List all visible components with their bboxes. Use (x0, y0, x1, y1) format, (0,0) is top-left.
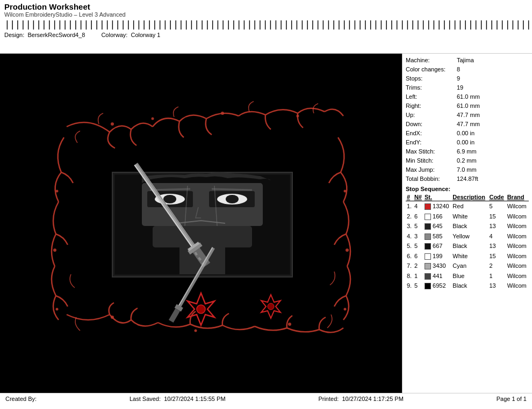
endx-value: 0.00 in (457, 129, 475, 138)
svg-point-3 (221, 112, 224, 115)
svg-point-1 (111, 122, 114, 126)
row-swatch: 645 (423, 221, 451, 231)
design-area (0, 54, 402, 393)
table-row: 3. 5 645 Black 13 Wilcom (406, 221, 529, 231)
row-description: Blue (451, 271, 488, 281)
stop-sequence-section: Stop Sequence: # N# St. Description Code… (406, 186, 529, 291)
row-code: 13 (488, 241, 506, 251)
trims-value: 19 (457, 83, 463, 92)
up-label: Up: (406, 111, 457, 120)
row-num: 4. (406, 231, 413, 242)
row-num: 9. (406, 281, 413, 291)
color-swatch-icon (425, 223, 431, 230)
row-brand: Wilcom (506, 241, 529, 251)
max-jump-label: Max Jump: (406, 165, 457, 174)
row-code: 15 (488, 251, 506, 261)
row-code: 2 (488, 261, 506, 271)
main-layout: Machine: Tajima Color changes: 8 Stops: … (0, 54, 532, 393)
row-num: 8. (406, 271, 413, 281)
row-brand: Wilcom (506, 231, 529, 242)
row-num: 2. (406, 211, 413, 222)
header-meta: Design: BerserkRecSword4_8 Colorway: Col… (4, 32, 532, 38)
row-brand: Wilcom (506, 201, 529, 211)
max-stitch-label: Max Stitch: (406, 147, 457, 156)
row-brand: Wilcom (506, 271, 529, 281)
svg-point-12 (346, 249, 349, 252)
max-stitch-value: 6.9 mm (457, 147, 477, 156)
svg-point-42 (268, 303, 274, 310)
row-description: Black (451, 221, 488, 231)
embroidery-svg (34, 84, 368, 363)
row-description: White (451, 251, 488, 261)
table-row: 5. 5 667 Black 13 Wilcom (406, 241, 529, 251)
row-swatch: 166 (423, 211, 451, 222)
printed-label: Printed: (318, 396, 339, 402)
printed-value: 10/27/2024 1:17:25 PM (342, 396, 403, 402)
created-by-label: Created By: (5, 396, 37, 402)
row-num: 3. (406, 221, 413, 231)
svg-point-6 (195, 329, 197, 332)
svg-point-22 (163, 195, 176, 203)
color-swatch-icon (425, 253, 431, 260)
row-num: 5. (406, 241, 413, 251)
svg-point-5 (111, 316, 114, 319)
left-value: 61.0 mm (457, 92, 480, 101)
row-code: 4 (488, 231, 506, 242)
row-brand: Wilcom (506, 281, 529, 291)
color-changes-value: 8 (457, 65, 460, 74)
row-description: White (451, 211, 488, 222)
last-saved-value: 10/27/2024 1:15:55 PM (164, 396, 225, 402)
col-header-num: # (406, 193, 413, 201)
row-swatch: 6952 (423, 281, 451, 291)
trims-label: Trims: (406, 83, 457, 92)
color-swatch-icon (425, 283, 431, 289)
max-jump-value: 7.0 mm (457, 165, 477, 174)
total-bobbin-label: Total Bobbin: (406, 174, 457, 184)
row-code: 15 (488, 211, 506, 222)
color-swatch-icon (425, 203, 431, 210)
color-swatch-icon (425, 214, 431, 220)
info-panel: Machine: Tajima Color changes: 8 Stops: … (402, 54, 532, 393)
page-footer: Created By: Last Saved: 10/27/2024 1:15:… (0, 393, 532, 405)
color-swatch-icon (425, 263, 431, 269)
stops-value: 9 (457, 74, 460, 83)
endy-label: EndY: (406, 138, 457, 147)
svg-point-8 (56, 189, 59, 192)
row-brand: Wilcom (506, 211, 529, 222)
color-swatch-icon (425, 273, 431, 280)
row-n: 6 (413, 211, 423, 222)
sequence-table: # N# St. Description Code Brand 1. 4 132… (406, 193, 529, 291)
page-title: Production Worksheet (4, 2, 532, 11)
colorway-label: Colorway: (101, 32, 127, 38)
down-value: 47.7 mm (457, 120, 480, 129)
stops-label: Stops: (406, 74, 457, 83)
row-description: Yellow (451, 231, 488, 242)
app-subtitle: Wilcom EmbroideryStudio – Level 3 Advanc… (4, 11, 532, 18)
page-header: Production Worksheet Wilcom EmbroiderySt… (0, 0, 532, 54)
stop-sequence-title: Stop Sequence: (406, 186, 529, 192)
svg-point-23 (226, 195, 239, 203)
color-swatch-icon (425, 233, 431, 240)
row-swatch: 441 (423, 271, 451, 281)
table-row: 6. 6 199 White 15 Wilcom (406, 251, 529, 261)
row-code: 13 (488, 281, 506, 291)
col-header-st: St. (423, 193, 451, 201)
table-row: 8. 1 441 Blue 1 Wilcom (406, 271, 529, 281)
row-description: Black (451, 241, 488, 251)
min-stitch-value: 0.2 mm (457, 156, 477, 165)
row-n: 5 (413, 221, 423, 231)
svg-point-7 (288, 323, 291, 326)
left-label: Left: (406, 92, 457, 101)
row-n: 3 (413, 231, 423, 242)
svg-point-10 (56, 308, 59, 310)
down-label: Down: (406, 120, 457, 129)
right-label: Right: (406, 101, 457, 111)
row-n: 5 (413, 281, 423, 291)
row-swatch: 3430 (423, 261, 451, 271)
design-label: Design: (4, 32, 24, 38)
col-header-description: Description (451, 193, 488, 201)
svg-point-4 (297, 114, 299, 117)
col-header-brand: Brand (506, 193, 529, 201)
table-row: 1. 4 13240 Red 5 Wilcom (406, 201, 529, 211)
row-n: 6 (413, 251, 423, 261)
